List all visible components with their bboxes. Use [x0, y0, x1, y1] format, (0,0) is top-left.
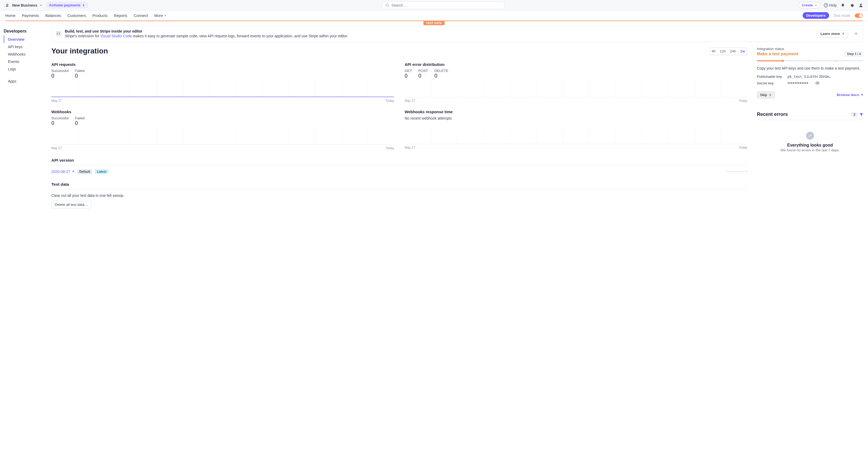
range-4h[interactable]: 4h	[710, 47, 718, 55]
filter-button[interactable]	[860, 113, 863, 117]
status-description: Copy your test API keys and use them to …	[757, 66, 863, 70]
integration-status-action[interactable]: Make a test payment	[757, 52, 798, 56]
test-mode-toggle[interactable]	[855, 13, 863, 18]
nav-products[interactable]: Products	[92, 13, 107, 18]
chevron-down-icon	[814, 4, 817, 7]
sidebar-item-apps[interactable]: Apps	[4, 77, 50, 85]
settings-button[interactable]	[849, 2, 855, 8]
activate-payments-button[interactable]: Activate payments	[46, 2, 88, 8]
recent-errors-title: Recent errors	[757, 112, 788, 117]
nav-home[interactable]: Home	[5, 13, 16, 18]
close-icon	[855, 32, 858, 35]
arrow-right-icon	[769, 93, 772, 97]
skip-button[interactable]: Skip	[757, 91, 775, 98]
range-24h[interactable]: 24h	[728, 47, 738, 55]
chart-api-requests: API requests Successful0 Failed0 May 27T…	[51, 62, 394, 103]
activate-label: Activate payments	[49, 3, 81, 7]
delete-test-data-button[interactable]: Delete all test data…	[51, 201, 91, 208]
search-box[interactable]	[383, 2, 504, 9]
external-link-icon	[860, 93, 863, 97]
check-circle-icon	[806, 132, 814, 140]
sidebar-item-overview[interactable]: Overview	[4, 36, 50, 43]
sidebar-item-api-keys[interactable]: API keys	[4, 43, 50, 51]
notifications-button[interactable]	[840, 2, 846, 8]
arrow-right-icon	[82, 4, 85, 7]
api-version-link[interactable]: 2020-08-27	[51, 170, 74, 174]
step-badge: Step 1 / 4	[844, 51, 863, 57]
browse-docs-link[interactable]: Browse docs	[837, 93, 863, 97]
eye-icon	[815, 81, 819, 85]
test-mode-label: Test mode	[833, 13, 850, 18]
business-name: New Business	[12, 3, 37, 7]
filter-icon	[860, 113, 863, 117]
svg-point-4	[817, 82, 818, 84]
bell-icon	[841, 3, 845, 7]
banner-subtitle: Stripe's extension for Visual Studio Cod…	[65, 34, 813, 38]
time-range-selector: 4h 12h 24h 1w	[709, 47, 747, 55]
search-input[interactable]	[392, 3, 501, 7]
publishable-key-value[interactable]: pk_test_51L6YOrJDVUm…	[787, 75, 831, 78]
secret-key-value: ••••••••••••	[787, 81, 808, 86]
test-data-badge: TEST DATA	[424, 21, 444, 25]
publishable-key-label: Publishable key	[757, 75, 782, 78]
secret-key-label: Secret key	[757, 81, 782, 85]
svg-text:?: ?	[825, 4, 827, 7]
vscode-link[interactable]: Visual Studio Code	[100, 34, 132, 38]
nav-customers[interactable]: Customers	[67, 13, 86, 18]
page-title: Your integration	[51, 47, 108, 55]
help-icon: ?	[824, 3, 828, 7]
search-icon	[385, 3, 389, 7]
nav-more[interactable]: More	[154, 13, 167, 18]
test-data-title: Test data	[51, 182, 747, 187]
latest-badge: Latest	[95, 169, 108, 174]
external-link-icon	[71, 170, 74, 173]
svg-point-0	[386, 4, 388, 6]
chevron-down-icon	[39, 4, 42, 7]
chart-webhook-response-time: Webhooks response time No recent webhook…	[405, 109, 747, 150]
store-icon	[4, 2, 10, 8]
banner-close-button[interactable]	[854, 31, 859, 36]
errors-count-badge: 2	[851, 112, 858, 117]
help-link[interactable]: ? Help	[824, 3, 837, 7]
api-version-title: API version	[51, 158, 747, 163]
editor-icon	[56, 31, 61, 36]
progress-steps	[757, 60, 863, 61]
business-switcher[interactable]: New Business	[4, 2, 42, 8]
chevron-down-icon	[164, 14, 167, 17]
person-icon	[859, 3, 863, 7]
help-label: Help	[829, 3, 837, 7]
create-label: Create	[802, 3, 813, 7]
timeline-dash	[726, 171, 747, 172]
sidebar-item-logs[interactable]: Logs	[4, 65, 50, 73]
vscode-banner: Build, test, and use Stripe inside your …	[51, 25, 863, 42]
range-1w[interactable]: 1w	[738, 47, 747, 55]
sidebar-item-webhooks[interactable]: Webhooks	[4, 51, 50, 58]
integration-status-label: Integration status	[757, 47, 863, 51]
reveal-secret-button[interactable]	[815, 81, 819, 85]
nav-connect[interactable]: Connect	[134, 13, 148, 18]
nav-balances[interactable]: Balances	[45, 13, 61, 18]
chart-title: API requests	[51, 62, 394, 67]
nav-payments[interactable]: Payments	[22, 13, 39, 18]
gear-icon	[850, 3, 854, 7]
arrow-right-icon	[841, 32, 845, 35]
range-12h[interactable]: 12h	[718, 47, 728, 55]
test-data-desc: Clear out all your test data in one fell…	[51, 193, 747, 198]
nav-reports[interactable]: Reports	[114, 13, 127, 18]
create-button[interactable]: Create	[798, 2, 820, 8]
chart-api-errors: API error distribution GET0 POST0 DELETE…	[405, 62, 747, 103]
nav-more-label: More	[154, 13, 163, 18]
sidebar-title: Developers	[3, 29, 50, 36]
account-button[interactable]	[858, 2, 864, 8]
errors-empty-title: Everything looks good	[757, 143, 863, 147]
developers-pill[interactable]: Developers	[803, 12, 829, 19]
default-badge: Default	[77, 169, 92, 174]
errors-empty-subtitle: We found no errors in the last 7 days.	[757, 148, 863, 152]
svg-point-3	[860, 4, 862, 5]
chart-webhooks: Webhooks Successful0 Failed0 May 27Today	[51, 109, 394, 150]
learn-more-button[interactable]: Learn more	[817, 30, 848, 38]
sidebar-item-events[interactable]: Events	[4, 58, 50, 65]
banner-title: Build, test, and use Stripe inside your …	[65, 29, 813, 33]
